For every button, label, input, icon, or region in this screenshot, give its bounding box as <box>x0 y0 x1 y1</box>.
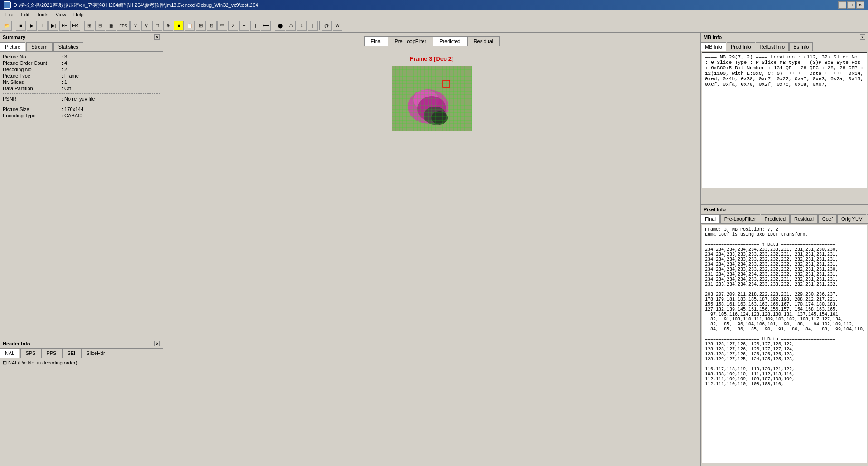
rec-button[interactable]: □ <box>152 21 162 31</box>
close-button[interactable]: ✕ <box>856 1 864 9</box>
w-button[interactable]: W <box>333 21 342 31</box>
at-button[interactable]: @ <box>322 21 332 31</box>
tab-pixel-predicted[interactable]: Predicted <box>761 214 790 223</box>
toggle1-button[interactable]: v <box>130 21 140 31</box>
toggle2-button[interactable]: y <box>141 21 151 31</box>
value-picture-size: : 176x144 <box>62 107 160 112</box>
value-psnr: : No ref yuv file <box>62 96 160 102</box>
label-data-partition: Data Partition <box>3 86 62 91</box>
pause-button[interactable]: ⏸ <box>38 21 48 31</box>
label-psnr: PSNR <box>3 96 62 102</box>
nal-tree-item[interactable]: ⊞ NAL(Pic No. in decoding order) <box>3 360 160 366</box>
frame-display <box>392 66 472 131</box>
title-bar: D:\学校文档\2021春\数据压缩\ex_7\实验8 H264编码\H.264… <box>0 0 868 10</box>
grid-button[interactable]: ⊞ <box>84 21 94 31</box>
tab-slicehdr[interactable]: SliceHdr <box>81 349 110 358</box>
label-picture-type: Picture Type <box>3 73 62 78</box>
pixel-info-header: Pixel Info <box>701 205 868 214</box>
tab-stream[interactable]: Stream <box>26 42 52 51</box>
tab-nal[interactable]: NAL <box>0 349 19 358</box>
frame-title: Frame 3 [Dec 2] <box>410 55 454 62</box>
value-data-partition: : Off <box>62 86 160 91</box>
line-button[interactable]: | <box>308 21 318 31</box>
tab-pred-info[interactable]: Pred Info <box>727 42 755 51</box>
label-picture-no: Picture No <box>3 54 62 59</box>
menu-edit[interactable]: Edit <box>17 11 33 18</box>
toolbar: 📂 ■ ▶ ⏸ ▶| FF FR ⊞ ⊟ ▦ FPS v y □ ⊕ ■ 📋 ⊞… <box>0 19 868 33</box>
tab-pixel-coef[interactable]: Coef <box>818 214 837 223</box>
menu-bar: File Edit Tools View Help <box>0 10 868 19</box>
center-button[interactable]: 中 <box>217 21 227 31</box>
value-picture-no: : 3 <box>62 54 160 59</box>
view-tab-final[interactable]: Final <box>364 36 389 46</box>
copy-button[interactable]: 📋 <box>185 21 195 31</box>
menu-tools[interactable]: Tools <box>33 11 52 18</box>
menu-view[interactable]: View <box>52 11 70 18</box>
grid4-button[interactable]: ⊞ <box>196 21 206 31</box>
tab-reflist-info[interactable]: RefList Info <box>756 42 789 51</box>
fps-button[interactable]: FPS <box>117 21 130 31</box>
color-button[interactable]: ■ <box>174 21 184 31</box>
minimize-button[interactable]: — <box>838 1 846 9</box>
summary-close[interactable]: × <box>154 34 160 40</box>
arrow-button[interactable]: ⟵ <box>261 21 271 31</box>
tab-statistics[interactable]: Statistics <box>53 42 83 51</box>
grid3-button[interactable]: ▦ <box>106 21 116 31</box>
label-picture-size: Picture Size <box>3 107 62 112</box>
wave-button[interactable]: ∫ <box>250 21 260 31</box>
tab-pps[interactable]: PPS <box>41 349 61 358</box>
sigma-button[interactable]: Σ <box>228 21 238 31</box>
label-encoding-type: Encoding Type <box>3 113 62 118</box>
view-tab-residual[interactable]: Residual <box>467 36 500 46</box>
title-bar-icon <box>4 1 11 9</box>
menu-help[interactable]: Help <box>70 11 87 18</box>
frame-canvas <box>392 66 472 131</box>
tab-sps[interactable]: SPS <box>20 349 40 358</box>
grid5-button[interactable]: ⊡ <box>207 21 217 31</box>
arrow2-button[interactable]: ↕ <box>297 21 307 31</box>
zoom-button[interactable]: ⊕ <box>163 21 173 31</box>
mb-info-header: MB Info × <box>701 33 868 42</box>
label-poc: Picture Order Count <box>3 60 62 66</box>
fast-forward-button[interactable]: FF <box>59 21 69 31</box>
ruler-button[interactable]: Ξ <box>239 21 249 31</box>
fast-reverse-button[interactable]: FR <box>70 21 80 31</box>
view-tab-predicted[interactable]: Predicted <box>433 36 467 46</box>
circle-button[interactable]: ⬤ <box>275 21 285 31</box>
tab-pixel-origyuv[interactable]: Orig YUV <box>837 214 866 223</box>
mb-text: ==== MB 29(7, 2) ==== Location : (112, 3… <box>705 54 863 87</box>
value-poc: : 4 <box>62 60 160 66</box>
value-decoding-no: : 2 <box>62 67 160 72</box>
title-text: D:\学校文档\2021春\数据压缩\ex_7\实验8 H264编码\H.264… <box>14 2 838 9</box>
tab-pixel-final[interactable]: Final <box>701 214 720 223</box>
play-button[interactable]: ▶ <box>27 21 37 31</box>
svg-point-5 <box>431 111 448 125</box>
tab-picture[interactable]: Picture <box>0 42 25 51</box>
tab-mb-info[interactable]: MB Info <box>701 42 726 51</box>
stop-button[interactable]: ■ <box>16 21 26 31</box>
tab-sei[interactable]: SEI <box>62 349 80 358</box>
pixel-content[interactable]: Frame: 3, MB Position: 7, 2 Luma Coef is… <box>702 225 867 463</box>
header-info-close[interactable]: × <box>154 341 160 346</box>
label-nr-slices: Nr. Slices <box>3 79 62 85</box>
summary-header: Summary × <box>0 33 163 42</box>
step-forward-button[interactable]: ▶| <box>48 21 58 31</box>
tab-bs-info[interactable]: Bs Info <box>789 42 813 51</box>
view-tab-preloop[interactable]: Pre-LoopFilter <box>388 36 433 46</box>
value-picture-type: : Frame <box>62 73 160 78</box>
label-decoding-no: Decoding No <box>3 67 62 72</box>
mb-content[interactable]: ==== MB 29(7, 2) ==== Location : (112, 3… <box>702 52 867 188</box>
menu-file[interactable]: File <box>2 11 17 18</box>
value-encoding-type: : CABAC <box>62 113 160 118</box>
open-button[interactable]: 📂 <box>2 21 12 31</box>
oval-button[interactable]: ⬭ <box>286 21 296 31</box>
maximize-button[interactable]: □ <box>847 1 855 9</box>
header-info-header: Header Info × <box>0 339 163 349</box>
tab-pixel-preloop[interactable]: Pre-LoopFilter <box>720 214 760 223</box>
mb-info-close[interactable]: × <box>860 34 865 40</box>
tab-pixel-residual[interactable]: Residual <box>790 214 818 223</box>
value-nr-slices: : 1 <box>62 79 160 85</box>
grid2-button[interactable]: ⊟ <box>95 21 105 31</box>
